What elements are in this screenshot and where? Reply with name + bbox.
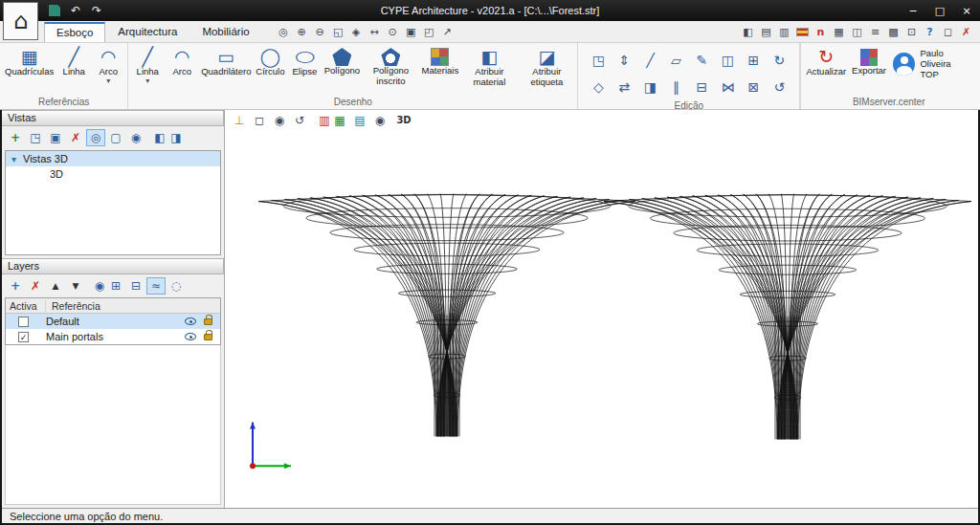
vistas-toolbar-icon[interactable]: ▢ <box>106 129 125 146</box>
titlebar-icon[interactable]: ↶ <box>67 3 84 18</box>
quickbar-icon[interactable]: ◎ <box>276 24 292 40</box>
quickbar-icon[interactable]: ⊡ <box>903 24 920 40</box>
ribbon-button[interactable]: ╱ Linha <box>130 44 165 84</box>
view-tree-item[interactable]: ▾ Vistas 3D <box>6 151 220 166</box>
maximize-button[interactable]: □ <box>926 1 953 20</box>
vistas-toolbar-icon[interactable]: ◧ <box>146 129 166 146</box>
canvas-toolbar-icon[interactable]: 3D <box>391 112 409 128</box>
edit-tool-icon[interactable]: ⊠ <box>741 74 766 99</box>
ribbon-button[interactable]: Materiais <box>419 44 460 77</box>
layer-row[interactable]: Default <box>6 314 220 329</box>
layers-toolbar-icon[interactable]: ▲ <box>46 277 65 295</box>
minimize-button[interactable]: ─ <box>900 1 926 20</box>
ribbon-button[interactable]: ▦ Quadrículas <box>2 44 56 77</box>
quickbar-icon[interactable]: ◧ <box>740 24 756 40</box>
wireframe-3d-view[interactable] <box>225 110 978 508</box>
quickbar-icon[interactable]: ? <box>922 24 938 40</box>
canvas-toolbar-icon[interactable]: ▦ <box>331 112 348 128</box>
ribbon-button[interactable]: ↻ Actualizar <box>803 44 849 77</box>
quickbar-icon[interactable]: ⊙ <box>385 24 401 40</box>
layer-active-checkbox[interactable] <box>18 317 29 327</box>
ribbon-button[interactable]: ▭ Quadrilátero <box>199 44 253 77</box>
vistas-toolbar-icon[interactable]: ✗ <box>66 129 85 146</box>
edit-tool-icon[interactable]: ◇ <box>586 74 611 99</box>
layer-active-checkbox[interactable]: ✓ <box>18 332 29 342</box>
quickbar-icon[interactable]: ▣ <box>403 24 419 40</box>
vistas-toolbar-icon[interactable]: ▣ <box>46 129 65 146</box>
layers-toolbar-icon[interactable]: ✗ <box>26 277 45 295</box>
ribbon-button[interactable]: ◯ Círculo <box>253 44 287 77</box>
layers-toolbar-icon[interactable]: ⊟ <box>126 277 145 295</box>
titlebar-icon[interactable]: ↷ <box>88 3 105 18</box>
edit-tool-icon[interactable]: ⇄ <box>612 74 636 99</box>
layers-toolbar-icon[interactable]: ◌ <box>167 277 186 295</box>
ribbon-tab[interactable]: Arquitectura <box>105 22 189 42</box>
edit-tool-icon[interactable]: ◳ <box>586 47 611 73</box>
quickbar-icon[interactable]: ◱ <box>330 24 346 40</box>
layer-row[interactable]: ✓ Main portals <box>6 329 220 344</box>
ribbon-button[interactable]: ◯ Elipse <box>287 44 322 77</box>
layer-visibility-icon[interactable] <box>185 317 196 325</box>
ribbon-button[interactable]: ╱ Linha <box>56 44 91 77</box>
layers-toolbar-icon[interactable]: ◉ <box>86 277 105 295</box>
quickbar-icon[interactable]: ⊖ <box>312 24 328 40</box>
canvas-toolbar-icon[interactable]: ◉ <box>371 112 389 128</box>
close-button[interactable]: × <box>953 1 980 20</box>
quickbar-icon[interactable]: ▦ <box>831 24 847 40</box>
layers-toolbar-icon[interactable]: + <box>6 277 25 295</box>
edit-tool-icon[interactable]: ↺ <box>767 74 791 99</box>
edit-tool-icon[interactable]: ⋈ <box>715 74 740 99</box>
canvas-toolbar-icon[interactable]: ◻ <box>251 112 268 128</box>
ribbon-button[interactable]: ◠ Arco <box>91 44 125 84</box>
app-logo-icon[interactable]: ⌂ <box>3 2 38 40</box>
layer-lock-icon[interactable] <box>204 334 212 340</box>
ribbon-tab[interactable]: Mobiliário <box>189 22 261 42</box>
ribbon-tab[interactable]: Esboço <box>44 22 105 42</box>
vistas-toolbar-icon[interactable]: ◨ <box>167 129 186 146</box>
canvas-toolbar-icon[interactable]: ⊥ <box>231 112 248 128</box>
quickbar-icon[interactable]: ⊕ <box>294 24 310 40</box>
quickbar-icon[interactable]: ▥ <box>776 24 792 40</box>
canvas-toolbar-icon[interactable]: ▥ <box>311 112 328 128</box>
quickbar-icon[interactable]: ≡ <box>867 24 883 40</box>
edit-tool-icon[interactable]: ╱ <box>637 47 662 73</box>
layers-toolbar-icon[interactable]: ▼ <box>66 277 85 295</box>
vistas-toolbar-icon[interactable]: ◳ <box>26 129 45 146</box>
edit-tool-icon[interactable]: ⊞ <box>741 47 766 73</box>
ribbon-button[interactable]: Polígono inscrito <box>362 44 419 86</box>
quickbar-icon[interactable]: ◻ <box>940 24 956 40</box>
edit-tool-icon[interactable]: ◨ <box>637 74 662 99</box>
quickbar-icon[interactable]: ◫ <box>849 24 865 40</box>
quickbar-icon[interactable]: ✗ <box>958 24 974 40</box>
ribbon-button[interactable]: ◠ Arco <box>165 44 199 77</box>
quickbar-icon[interactable]: ◰ <box>421 24 437 40</box>
drawing-canvas[interactable]: ⊥◻◉↺▥▦▤◉3D <box>225 110 978 508</box>
ribbon-button[interactable]: Exportar <box>849 44 889 77</box>
edit-tool-icon[interactable]: ↻ <box>767 47 791 73</box>
layers-toolbar-icon[interactable]: ≈ <box>146 277 166 295</box>
quickbar-icon[interactable]: ◈ <box>348 24 365 40</box>
vistas-toolbar-icon[interactable]: ◉ <box>126 129 145 146</box>
tree-expander-icon[interactable]: ▾ <box>11 154 19 164</box>
user-account-chip[interactable]: Paulo Oliveira TOP <box>889 44 974 79</box>
edit-tool-icon[interactable]: ✎ <box>689 47 714 73</box>
view-tree-item[interactable]: 3D <box>6 166 220 182</box>
layer-visibility-icon[interactable] <box>185 333 196 340</box>
layer-lock-icon[interactable] <box>204 318 212 325</box>
quickbar-icon[interactable]: ↗ <box>439 24 456 40</box>
quickbar-icon[interactable]: ▤ <box>758 24 774 40</box>
quickbar-icon[interactable]: n <box>813 24 829 40</box>
vistas-toolbar-icon[interactable]: + <box>6 129 25 146</box>
quickbar-icon[interactable] <box>794 24 811 40</box>
canvas-toolbar-icon[interactable]: ↺ <box>291 112 308 128</box>
titlebar-icon[interactable] <box>46 3 63 18</box>
canvas-toolbar-icon[interactable]: ◉ <box>271 112 288 128</box>
vistas-toolbar-icon[interactable]: ◎ <box>86 129 105 146</box>
ribbon-button[interactable]: ◪ Atribuir etiqueta <box>518 44 575 87</box>
edit-tool-icon[interactable]: ⊟ <box>689 74 714 99</box>
layers-toolbar-icon[interactable]: ⊞ <box>106 277 125 295</box>
edit-tool-icon[interactable]: ∥ <box>663 74 688 99</box>
ribbon-button[interactable]: Polígono <box>322 44 362 77</box>
ribbon-button[interactable]: ◧ Atribuir material <box>460 44 518 87</box>
edit-tool-icon[interactable]: ▱ <box>663 47 688 73</box>
